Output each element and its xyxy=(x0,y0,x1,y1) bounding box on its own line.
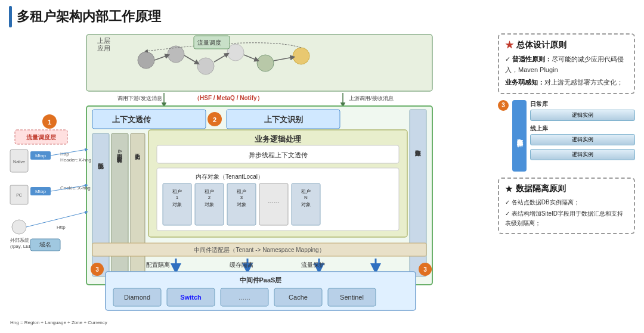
design-item-2-text: 对上游无感部署方式变化； xyxy=(544,79,623,86)
svg-text:异步线程上下文透传: 异步线程上下文透传 xyxy=(249,151,308,158)
svg-text:应用: 应用 xyxy=(97,45,110,52)
svg-text:Switch: Switch xyxy=(180,294,202,301)
svg-text:对象: 对象 xyxy=(205,202,214,207)
svg-point-3 xyxy=(138,52,154,69)
svg-text:3: 3 xyxy=(423,266,427,273)
design-principle-title: ★ 总体设计原则 xyxy=(505,39,628,51)
svg-text:Http: Http xyxy=(57,225,66,230)
svg-text:PC: PC xyxy=(16,193,22,197)
svg-text:调用下游/发送消息: 调用下游/发送消息 xyxy=(117,95,162,101)
svg-text:(Ipay, LEL): (Ipay, LEL) xyxy=(10,244,33,249)
main-content: 上层 应用 流量调度 xyxy=(9,33,635,331)
isolation-title: ★ 数据隔离原则 xyxy=(505,183,628,194)
db-group-daily: 日常库 逻辑实例 xyxy=(530,100,635,121)
design-item-1-bold: 普适性原则： xyxy=(512,55,552,63)
page: 多租户架构内部工作原理 上层 应用 xyxy=(0,0,644,333)
title-accent-bar xyxy=(9,6,12,27)
svg-rect-47 xyxy=(259,183,288,225)
svg-text:上层: 上层 xyxy=(97,37,110,44)
svg-text:Mtop: Mtop xyxy=(35,153,46,158)
svg-text:上下文透传: 上下文透传 xyxy=(112,115,151,124)
svg-point-7 xyxy=(257,55,274,71)
page-title: 多租户架构内部工作原理 xyxy=(17,8,161,26)
svg-point-89 xyxy=(12,220,26,234)
design-principle-content: ✓ 普适性原则：尽可能的减少应用代码侵入，Maven Plugin 业务弱感知：… xyxy=(505,54,628,88)
circle-3-db: 3 xyxy=(498,100,509,111)
svg-text:（HSF / MetaQ / Notify）: （HSF / MetaQ / Notify） xyxy=(194,95,263,101)
svg-text:缓存隔离: 缓存隔离 xyxy=(230,262,253,268)
svg-text:中间件适配层（Tenant -> Namespace Map: 中间件适配层（Tenant -> Namespace Mapping） xyxy=(194,247,324,253)
db-extra-instance: 逻辑实例 xyxy=(530,149,635,160)
db-daily-instance: 逻辑实例 xyxy=(530,110,635,121)
svg-text:对象: 对象 xyxy=(172,202,182,207)
svg-text:业务逻辑处理: 业务逻辑处理 xyxy=(255,135,302,144)
db-online-label: 线上库 xyxy=(530,125,635,133)
isolation-star-icon: ★ xyxy=(505,184,513,194)
svg-text:2: 2 xyxy=(208,195,211,200)
svg-text:域名: 域名 xyxy=(39,241,51,248)
svg-text:流量保护: 流量保护 xyxy=(301,262,325,268)
svg-text:Diamond: Diamond xyxy=(124,294,150,301)
isolation-item-1: ✓ 各站点数据DB实例隔离； xyxy=(505,198,628,207)
isolation-box: ★ 数据隔离原则 ✓ 各站点数据DB实例隔离； ✓ 表结构增加SiteID字段用… xyxy=(498,178,635,234)
svg-text:对象: 对象 xyxy=(301,202,311,207)
svg-text:配置隔离: 配置隔离 xyxy=(146,262,170,268)
svg-point-5 xyxy=(197,58,214,74)
svg-text:流量调度: 流量调度 xyxy=(197,39,221,46)
design-item-1: ✓ 普适性原则：尽可能的减少应用代码侵入，Maven Plugin xyxy=(505,54,628,75)
db-group-online: 线上库 逻辑实例 xyxy=(530,125,635,145)
svg-text:租户: 租户 xyxy=(237,189,246,194)
design-title-text: 总体设计原则 xyxy=(516,40,566,51)
svg-text:租户: 租户 xyxy=(301,189,311,194)
db-group-extra: 逻辑实例 xyxy=(530,149,635,160)
svg-text:1: 1 xyxy=(176,195,179,200)
design-star-icon: ★ xyxy=(505,39,513,51)
db-online-instance: 逻辑实例 xyxy=(530,134,635,145)
isolation-title-text: 数据隔离原则 xyxy=(516,183,566,194)
db-section: 3 数据库插件 日常库 逻辑实例 线上库 逻辑实例 xyxy=(498,100,635,172)
right-panel: ★ 总体设计原则 ✓ 普适性原则：尽可能的减少应用代码侵入，Maven Plug… xyxy=(498,33,635,331)
svg-text:Http: Http xyxy=(60,151,69,157)
svg-text:流量调度层: 流量调度层 xyxy=(26,134,57,141)
svg-text:对象: 对象 xyxy=(237,202,246,207)
svg-text:3: 3 xyxy=(240,195,243,200)
svg-point-8 xyxy=(293,48,309,64)
svg-text:1: 1 xyxy=(48,119,51,126)
svg-text:Header::X-hng: Header::X-hng xyxy=(60,157,91,163)
svg-text:内存对象（TenantLocal）: 内存对象（TenantLocal） xyxy=(196,173,264,180)
svg-text:……: …… xyxy=(268,198,280,204)
svg-text:Hng = Region + Language + Zone: Hng = Region + Language + Zone + Currenc… xyxy=(10,320,107,325)
svg-text:Cache: Cache xyxy=(289,294,308,301)
design-item-2-bold: 业务弱感知： xyxy=(505,79,544,86)
svg-text:Sentinel: Sentinel xyxy=(340,294,364,301)
svg-text:外部系统: 外部系统 xyxy=(10,238,29,243)
left-diagram: 上层 应用 流量调度 xyxy=(9,33,492,331)
db-daily-label: 日常库 xyxy=(530,100,635,108)
svg-text:租户: 租户 xyxy=(205,189,214,194)
db-plugin-label: 数据库插件 xyxy=(512,100,527,172)
design-item-2: 业务弱感知：对上游无感部署方式变化； xyxy=(505,77,628,88)
svg-text:上下文识别: 上下文识别 xyxy=(264,115,303,124)
architecture-diagram: 上层 应用 流量调度 xyxy=(9,33,492,331)
title-bar: 多租户架构内部工作原理 xyxy=(9,6,635,27)
svg-text:Native: Native xyxy=(13,160,25,164)
isolation-item-2: ✓ 表结构增加SiteID字段用于数据汇总和支持表级别隔离； xyxy=(505,209,628,228)
svg-text:N: N xyxy=(304,195,308,200)
svg-text:3: 3 xyxy=(95,266,99,273)
isolation-content: ✓ 各站点数据DB实例隔离； ✓ 表结构增加SiteID字段用于数据汇总和支持表… xyxy=(505,198,628,228)
svg-text:Mtop: Mtop xyxy=(35,189,46,194)
db-section-header: 3 xyxy=(498,100,509,111)
db-stacks: 日常库 逻辑实例 线上库 逻辑实例 逻辑实例 xyxy=(530,100,635,160)
svg-text:2: 2 xyxy=(213,116,216,123)
svg-text:……: …… xyxy=(239,294,250,301)
svg-text:中间件PaaS层: 中间件PaaS层 xyxy=(240,276,283,284)
svg-text:上游调用/接收消息: 上游调用/接收消息 xyxy=(349,95,394,101)
svg-text:Cookie::X-hng: Cookie::X-hng xyxy=(60,185,91,191)
design-principle-box: ★ 总体设计原则 ✓ 普适性原则：尽可能的减少应用代码侵入，Maven Plug… xyxy=(498,33,635,94)
svg-text:租户: 租户 xyxy=(172,189,182,194)
